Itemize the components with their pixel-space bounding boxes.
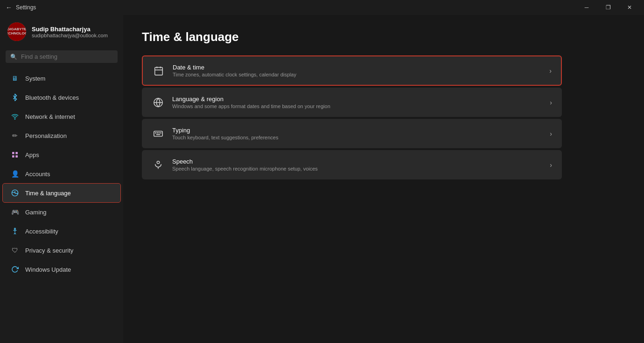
setting-card-date-time[interactable]: Date & time Time zones, automatic clock … xyxy=(142,55,562,86)
sidebar-item-accessibility[interactable]: Accessibility xyxy=(3,222,120,240)
language-desc: Windows and some apps format dates and t… xyxy=(172,103,542,109)
date-time-title: Date & time xyxy=(173,64,542,71)
sidebar-item-apps[interactable]: Apps xyxy=(3,145,120,164)
sidebar-item-network[interactable]: Network & internet xyxy=(3,107,120,126)
language-icon xyxy=(152,96,165,109)
typing-title: Typing xyxy=(172,127,542,134)
sidebar-label-bluetooth: Bluetooth & devices xyxy=(25,94,79,101)
sidebar-label-system: System xyxy=(25,75,45,82)
sidebar-item-bluetooth[interactable]: Bluetooth & devices xyxy=(3,88,120,107)
sidebar-item-accounts[interactable]: 👤 Accounts xyxy=(3,165,120,183)
typing-icon xyxy=(152,127,165,140)
sidebar-label-update: Windows Update xyxy=(25,266,71,273)
minimize-button[interactable]: ─ xyxy=(576,0,597,15)
sidebar-label-privacy: Privacy & security xyxy=(25,247,73,254)
sidebar-label-apps: Apps xyxy=(25,151,39,158)
sidebar-label-accessibility: Accessibility xyxy=(25,228,58,235)
typing-text: Typing Touch keyboard, text suggestions,… xyxy=(172,127,542,140)
svg-point-21 xyxy=(157,161,160,164)
sidebar: GIGABYTE TECHNOLOGY Sudip Bhattacharjya … xyxy=(0,15,123,343)
avatar: GIGABYTE TECHNOLOGY xyxy=(7,22,26,41)
sidebar-label-network: Network & internet xyxy=(25,113,75,120)
sidebar-item-personalization[interactable]: ✏ Personalization xyxy=(3,126,120,145)
search-icon: 🔍 xyxy=(10,54,17,60)
language-text: Language & region Windows and some apps … xyxy=(172,96,542,109)
speech-text: Speech Speech language, speech recogniti… xyxy=(172,158,542,172)
app-body: GIGABYTE TECHNOLOGY Sudip Bhattacharjya … xyxy=(0,15,644,343)
system-icon: 🖥 xyxy=(10,74,20,83)
sidebar-label-personalization: Personalization xyxy=(25,132,67,139)
bluetooth-icon xyxy=(10,93,20,102)
typing-desc: Touch keyboard, text suggestions, prefer… xyxy=(172,135,542,140)
speech-arrow: › xyxy=(550,161,552,169)
main-panel: Time & language Date & time Time zones, … xyxy=(123,15,644,343)
setting-card-speech[interactable]: Speech Speech language, speech recogniti… xyxy=(142,150,562,179)
date-time-desc: Time zones, automatic clock settings, ca… xyxy=(173,72,542,77)
accessibility-icon xyxy=(10,226,20,236)
speech-title: Speech xyxy=(172,158,542,165)
date-time-icon xyxy=(152,64,165,77)
sidebar-item-system[interactable]: 🖥 System xyxy=(3,69,120,88)
page-title: Time & language xyxy=(142,30,625,44)
sidebar-item-gaming[interactable]: 🎮 Gaming xyxy=(3,203,120,221)
accounts-icon: 👤 xyxy=(10,169,20,178)
apps-icon xyxy=(10,150,20,159)
user-info: Sudip Bhattacharjya sudipbhattacharjya@o… xyxy=(32,26,108,38)
svg-rect-9 xyxy=(155,67,163,75)
back-arrow-icon[interactable]: ← xyxy=(6,4,12,11)
gaming-icon: 🎮 xyxy=(10,207,20,217)
sidebar-label-accounts: Accounts xyxy=(25,171,50,178)
language-arrow: › xyxy=(550,99,552,106)
svg-point-0 xyxy=(14,119,15,119)
titlebar: ← Settings ─ ❐ ✕ xyxy=(0,0,644,15)
svg-rect-15 xyxy=(154,131,162,136)
update-icon xyxy=(10,265,20,274)
time-icon xyxy=(10,188,20,198)
date-time-arrow: › xyxy=(549,67,552,75)
search-input[interactable] xyxy=(21,53,113,60)
setting-card-language[interactable]: Language & region Windows and some apps … xyxy=(142,88,562,117)
titlebar-left: ← Settings xyxy=(6,4,36,11)
app-title: Settings xyxy=(16,4,36,11)
maximize-button[interactable]: ❐ xyxy=(597,0,619,15)
sidebar-label-time: Time & language xyxy=(25,190,71,197)
sidebar-item-update[interactable]: Windows Update xyxy=(3,260,120,279)
svg-rect-3 xyxy=(12,155,14,158)
svg-rect-2 xyxy=(15,152,18,154)
speech-desc: Speech language, speech recognition micr… xyxy=(172,166,542,172)
date-time-text: Date & time Time zones, automatic clock … xyxy=(173,64,542,77)
language-title: Language & region xyxy=(172,96,542,103)
personalization-icon: ✏ xyxy=(10,131,20,140)
network-icon xyxy=(10,112,20,121)
typing-arrow: › xyxy=(550,130,552,137)
speech-icon xyxy=(152,158,165,172)
user-profile[interactable]: GIGABYTE TECHNOLOGY Sudip Bhattacharjya … xyxy=(0,17,123,48)
svg-rect-1 xyxy=(12,152,14,154)
setting-card-typing[interactable]: Typing Touch keyboard, text suggestions,… xyxy=(142,119,562,148)
sidebar-item-time[interactable]: Time & language xyxy=(3,184,120,202)
close-button[interactable]: ✕ xyxy=(619,0,640,15)
user-email: sudipbhattacharjya@outlook.com xyxy=(32,33,108,38)
privacy-icon: 🛡 xyxy=(10,246,20,255)
sidebar-label-gaming: Gaming xyxy=(25,209,47,216)
sidebar-item-privacy[interactable]: 🛡 Privacy & security xyxy=(3,241,120,260)
nav-list: 🖥 System Bluetooth & devices xyxy=(0,69,123,279)
user-name: Sudip Bhattacharjya xyxy=(32,26,108,33)
search-box[interactable]: 🔍 xyxy=(6,50,118,63)
svg-rect-4 xyxy=(15,155,18,158)
svg-point-8 xyxy=(14,228,16,229)
titlebar-controls: ─ ❐ ✕ xyxy=(576,0,640,15)
settings-list: Date & time Time zones, automatic clock … xyxy=(142,55,562,179)
